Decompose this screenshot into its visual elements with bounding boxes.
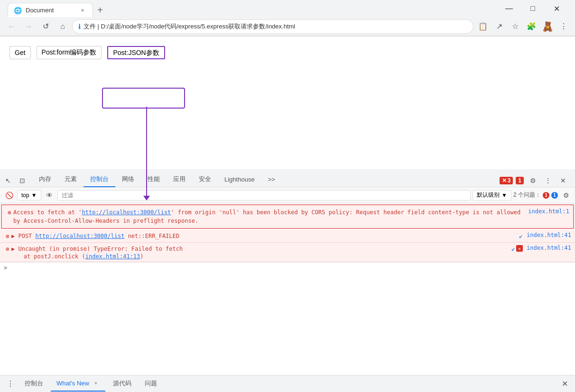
issues-count: 2 个问题： 1 1 [513, 191, 558, 199]
address-bar-row: ← → ↺ ⌂ ℹ 文件 | D:/桌面/node学习/node代码/expre… [0, 17, 575, 36]
uncaught-error-content: ▶ Uncaught (in promise) TypeError: Faile… [11, 245, 510, 253]
cors-error-source[interactable]: index.html:1 [528, 208, 569, 215]
tab-console[interactable]: 控制台 [83, 172, 115, 187]
uncaught-error-icon: ⊗ [4, 245, 11, 253]
bottom-bar: ⋮ 控制台 What's New × 源代码 问题 ✕ [0, 375, 575, 392]
devtools-settings-button[interactable]: ⚙ [527, 174, 539, 187]
bottom-close-button[interactable]: ✕ [558, 377, 571, 391]
tab-memory[interactable]: 内存 [32, 172, 58, 187]
tab-network[interactable]: 网络 [115, 172, 141, 187]
close-button[interactable]: ✕ [546, 1, 567, 16]
cors-error-message: ⊗ Access to fetch at 'http://localhost:3… [1, 204, 574, 229]
share-icon[interactable]: ↗ [492, 19, 507, 34]
tab-more[interactable]: >> [261, 172, 282, 187]
console-settings-button[interactable]: ⚙ [560, 189, 572, 201]
issues-error-icon: 1 [543, 192, 549, 199]
context-label: top [21, 192, 29, 199]
whats-new-close-icon[interactable]: × [92, 380, 100, 387]
warning-badge: 1 [516, 177, 524, 184]
tab-elements[interactable]: 元素 [58, 172, 83, 187]
devtools-device-icon[interactable]: ⊡ [16, 174, 28, 187]
level-selector[interactable]: 默认级别 ▼ [473, 190, 511, 201]
level-label: 默认级别 [477, 191, 500, 199]
devtools-close-button[interactable]: ✕ [557, 174, 569, 187]
prompt-icon: > [4, 264, 7, 271]
tab-title: Document [26, 7, 74, 14]
bottom-tab-issues[interactable]: 问题 [139, 376, 163, 392]
address-url: 文件 | D:/桌面/node学习/node代码/express/5.expre… [83, 22, 467, 31]
reload-button[interactable]: ↺ [38, 19, 53, 34]
uncaught-close-icon[interactable]: ✕ [516, 245, 523, 252]
cors-error-link[interactable]: http://localhost:3000/list [82, 209, 171, 216]
post-error-content: ▶ POST http://localhost:3000/list net::E… [11, 232, 517, 240]
get-button[interactable]: Get [9, 46, 31, 59]
post-error-link[interactable]: http://localhost:3000/list [36, 233, 125, 239]
post-error-message: ⊗ ▶ POST http://localhost:3000/list net:… [0, 230, 575, 243]
uncaught-error-subtext: at postJ.onclick (index.html:41:13) [4, 253, 144, 260]
bookmark-icon[interactable]: ☆ [508, 19, 523, 34]
console-prompt[interactable]: > [0, 262, 575, 273]
issues-info-icon: 1 [551, 192, 558, 199]
address-bar[interactable]: ℹ 文件 | D:/桌面/node学习/node代码/express/5.exp… [72, 19, 473, 34]
tab-close-button[interactable]: × [78, 6, 87, 15]
uncaught-error-index-link[interactable]: index.html:41:13 [85, 253, 140, 260]
forward-button[interactable]: → [21, 19, 36, 34]
tab-bar: 🌐 Document × + [4, 0, 494, 17]
eye-button[interactable]: 👁 [43, 189, 56, 201]
browser-tab-document[interactable]: 🌐 Document × [8, 3, 93, 17]
whats-new-label: What's New [56, 380, 89, 387]
devtools-controls: ✕ 3 1 ⚙ ⋮ ✕ [496, 174, 573, 187]
new-tab-button[interactable]: + [93, 3, 107, 17]
tab-application[interactable]: 应用 [167, 172, 192, 187]
post-json-button[interactable]: Post:JSON参数 [107, 46, 165, 59]
browser-chrome: 🌐 Document × + — □ ✕ ← → ↺ ⌂ ℹ 文件 | D:/桌… [0, 0, 575, 36]
context-selector[interactable]: top ▼ [17, 190, 41, 201]
back-button[interactable]: ← [4, 19, 19, 34]
filter-input[interactable] [57, 190, 471, 201]
devtools-inspect-icon[interactable]: ↖ [2, 174, 14, 187]
tab-security[interactable]: 安全 [192, 172, 218, 187]
annotation-box [102, 88, 185, 109]
error-badge: ✕ 3 [500, 177, 513, 184]
post-error-actions: ↙ [519, 232, 523, 239]
post-error-icon: ⊗ [4, 232, 11, 240]
screenshot-icon[interactable]: 📋 [475, 19, 491, 34]
extensions-icon[interactable]: 🧩 [524, 19, 539, 34]
uncaught-navigate-icon[interactable]: ↙ [511, 245, 515, 252]
bottom-tab-whats-new[interactable]: What's New × [51, 376, 105, 392]
toolbar-icons: 📋 ↗ ☆ 🧩 🧸 ⋮ [475, 19, 571, 34]
cors-error-icon: ⊗ [6, 208, 13, 216]
devtools-tabs: ↖ ⊡ 内存 元素 控制台 网络 性能 应用 安全 Lighthouse >> … [0, 169, 575, 187]
bottom-tab-console[interactable]: 控制台 [19, 376, 49, 392]
post-error-source[interactable]: index.html:41 [527, 232, 571, 238]
home-button[interactable]: ⌂ [55, 19, 70, 34]
error-icon: ✕ [502, 177, 507, 184]
console-output: ⊗ Access to fetch at 'http://localhost:3… [0, 203, 575, 375]
devtools-more-button[interactable]: ⋮ [542, 174, 554, 187]
minimize-button[interactable]: — [498, 1, 520, 16]
post-navigate-icon[interactable]: ↙ [519, 232, 523, 239]
maximize-button[interactable]: □ [522, 1, 544, 16]
title-bar: 🌐 Document × + — □ ✕ [0, 0, 575, 17]
console-clear-button[interactable]: 🚫 [3, 189, 15, 201]
console-toolbar: 🚫 top ▼ 👁 默认级别 ▼ 2 个问题： 1 1 ⚙ [0, 187, 575, 203]
issues-label: 2 个问题： [513, 191, 541, 199]
post-form-button[interactable]: Post:form编码参数 [37, 46, 102, 59]
bottom-tab-source[interactable]: 源代码 [107, 376, 137, 392]
devtools-area: ↖ ⊡ 内存 元素 控制台 网络 性能 应用 安全 Lighthouse >> … [0, 169, 575, 392]
uncaught-error-message: ⊗ ▶ Uncaught (in promise) TypeError: Fai… [0, 243, 575, 262]
address-info-icon: ℹ [78, 23, 81, 30]
level-arrow-icon: ▼ [501, 192, 507, 199]
window-controls: — □ ✕ [498, 1, 571, 16]
tab-performance[interactable]: 性能 [141, 172, 167, 187]
profile-icon[interactable]: 🧸 [540, 19, 555, 34]
page-content: Get Post:form编码参数 Post:JSON参数 [0, 36, 575, 169]
uncaught-error-source[interactable]: index.html:41 [527, 245, 571, 251]
menu-icon[interactable]: ⋮ [556, 19, 571, 34]
tab-lighthouse[interactable]: Lighthouse [218, 172, 261, 187]
cors-error-content: Access to fetch at 'http://localhost:300… [13, 208, 524, 225]
uncaught-error-actions: ↙ ✕ [511, 245, 523, 252]
tab-favicon: 🌐 [14, 7, 22, 14]
context-arrow-icon: ▼ [31, 192, 37, 199]
bottom-dots-button[interactable]: ⋮ [4, 377, 17, 391]
